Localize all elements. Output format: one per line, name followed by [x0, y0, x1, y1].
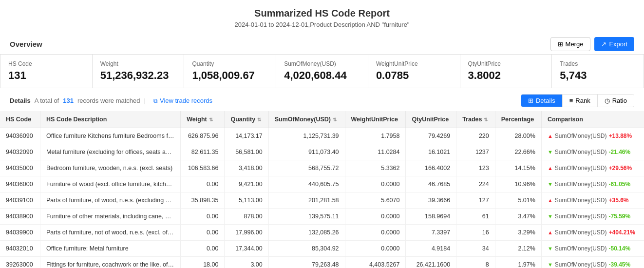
export-button[interactable]: ↗ Export — [594, 37, 634, 51]
details-left: Details A total of 131 records were matc… — [10, 97, 212, 104]
comparison-cell: ▲ SumOfMoney(USD) +404.21% — [541, 225, 644, 241]
hs-code-cell: 94032090 — [0, 144, 40, 160]
weight-cell: 18.00 — [181, 257, 225, 268]
cmp-value: -21.46% — [608, 149, 630, 155]
stats-row: HS Code 131Weight 51,236,932.23Quantity … — [0, 54, 644, 88]
cmp-trend-icon: ▲ — [548, 133, 553, 139]
cmp-trend-icon: ▼ — [548, 262, 553, 268]
quantity-cell: 3.00 — [225, 257, 268, 268]
tab-ratio[interactable]: ◷ Ratio — [598, 95, 634, 107]
sum-money-cell: 139,575.11 — [268, 209, 345, 225]
cmp-trend-icon: ▼ — [548, 181, 553, 187]
col-header-weight[interactable]: Weight⇅ — [181, 111, 225, 128]
hs-code-cell: 94039100 — [0, 192, 40, 209]
weight-unit-price-cell: 4,403.5267 — [345, 257, 406, 268]
description-cell: Metal furniture (excluding for offices, … — [40, 144, 181, 160]
quantity-cell: 5,113.00 — [225, 192, 268, 209]
weight-cell: 82,611.35 — [181, 144, 225, 160]
cmp-value: +29.56% — [608, 165, 632, 172]
details-post: records were matched — [77, 97, 140, 104]
col-header-comparison: Comparison — [541, 111, 644, 128]
table-row: 94036090Office furniture Kitchens furnit… — [0, 128, 644, 144]
link-icon: ⧉ — [153, 97, 158, 104]
table-wrapper: HS CodeHS Code DescriptionWeight⇅Quantit… — [0, 111, 644, 268]
description-cell: Furniture of wood (excl. office furnitur… — [40, 176, 181, 192]
sum-money-cell: 201,281.58 — [268, 192, 345, 209]
col-header-quantity[interactable]: Quantity⇅ — [225, 111, 268, 128]
col-header-sum_money[interactable]: SumOfMoney(USD)⇅ — [268, 111, 345, 128]
cmp-value: -75.59% — [608, 213, 630, 220]
sum-money-cell: 132,085.26 — [268, 225, 345, 241]
sum-money-cell: 911,073.40 — [268, 144, 345, 160]
stat-cell: Trades 5,743 — [552, 55, 644, 88]
qty-unit-price-cell: 16.1021 — [406, 144, 456, 160]
weight-unit-price-cell: 0.0000 — [345, 176, 406, 192]
stat-label: Weight — [100, 60, 176, 67]
qty-unit-price-cell: 39.3666 — [406, 192, 456, 209]
percentage-cell: 5.01% — [495, 192, 541, 209]
qty-unit-price-cell: 4.9184 — [406, 241, 456, 257]
cmp-label: SumOfMoney(USD) — [555, 149, 607, 155]
comparison-cell: ▲ SumOfMoney(USD) +13.88% — [541, 128, 644, 144]
stat-label: SumOfMoney(USD) — [284, 60, 360, 67]
description-cell: Bedroom furniture, wooden, n.e.s. (excl.… — [40, 160, 181, 176]
sort-icon-weight: ⇅ — [209, 117, 213, 122]
stat-value: 51,236,932.23 — [100, 69, 176, 82]
details-icon: ⊞ — [528, 97, 533, 104]
comparison-cell: ▲ SumOfMoney(USD) +35.6% — [541, 192, 644, 209]
details-label: Details — [10, 97, 31, 104]
cmp-label: SumOfMoney(USD) — [555, 133, 607, 139]
description-cell: Parts of furniture, not of wood, n.e.s. … — [40, 225, 181, 241]
sum-money-cell: 79,263.48 — [268, 257, 345, 268]
stat-value: 1,058,009.67 — [192, 69, 268, 82]
percentage-cell: 3.47% — [495, 209, 541, 225]
sum-money-cell: 1,125,731.39 — [268, 128, 345, 144]
qty-unit-price-cell: 158.9694 — [406, 209, 456, 225]
stat-value: 0.0785 — [376, 69, 452, 82]
tab-details[interactable]: ⊞ Details — [521, 95, 563, 107]
hs-code-table: HS CodeHS Code DescriptionWeight⇅Quantit… — [0, 111, 644, 268]
cmp-trend-icon: ▲ — [548, 197, 553, 203]
qty-unit-price-cell: 166.4002 — [406, 160, 456, 176]
weight-cell: 0.00 — [181, 176, 225, 192]
sum-money-cell: 85,304.92 — [268, 241, 345, 257]
stat-value: 5,743 — [560, 69, 636, 82]
hs-code-cell: 94039900 — [0, 225, 40, 241]
comparison-cell: ▼ SumOfMoney(USD) -50.14% — [541, 241, 644, 257]
col-header-description: HS Code Description — [40, 111, 181, 128]
hs-code-cell: 94036090 — [0, 128, 40, 144]
hs-code-cell: 94032010 — [0, 241, 40, 257]
stat-label: Quantity — [192, 60, 268, 67]
comparison-cell: ▲ SumOfMoney(USD) +29.56% — [541, 160, 644, 176]
cmp-trend-icon: ▼ — [548, 213, 553, 219]
description-cell: Office furniture Kitchens furniture Bedr… — [40, 128, 181, 144]
col-header-trades[interactable]: Trades⇅ — [456, 111, 495, 128]
trades-cell: 224 — [456, 176, 495, 192]
stat-cell: WeightUnitPrice 0.0785 — [368, 55, 460, 88]
tab-rank[interactable]: ≡ Rank — [563, 95, 598, 107]
quantity-cell: 14,173.17 — [225, 128, 268, 144]
quantity-cell: 878.00 — [225, 209, 268, 225]
merge-button[interactable]: ⊞ Merge — [550, 37, 591, 51]
tabs-container: ⊞ Details≡ Rank◷ Ratio — [521, 94, 634, 107]
hs-code-cell: 94035000 — [0, 160, 40, 176]
table-row: 94039900Parts of furniture, not of wood,… — [0, 225, 644, 241]
trades-cell: 123 — [456, 160, 495, 176]
details-bar: Details A total of 131 records were matc… — [0, 88, 644, 111]
view-trade-records-link[interactable]: ⧉ View trade records — [153, 97, 212, 104]
weight-cell: 0.00 — [181, 225, 225, 241]
details-pre: A total of — [35, 97, 59, 104]
cmp-value: +404.21% — [608, 229, 635, 236]
col-header-hs_code: HS Code — [0, 111, 40, 128]
trades-cell: 1237 — [456, 144, 495, 160]
stat-label: Trades — [560, 60, 636, 67]
table-row: 94039100Parts of furniture, of wood, n.e… — [0, 192, 644, 209]
stat-value: 131 — [8, 69, 84, 82]
cmp-value: -50.14% — [608, 245, 630, 252]
table-row: 39263000Fittings for furniture, coachwor… — [0, 257, 644, 268]
table-row: 94036000Furniture of wood (excl. office … — [0, 176, 644, 192]
details-count: 131 — [63, 97, 74, 104]
quantity-cell: 9,421.00 — [225, 176, 268, 192]
cmp-label: SumOfMoney(USD) — [555, 213, 607, 220]
report-title: Summarized HS Code Report — [0, 8, 644, 19]
